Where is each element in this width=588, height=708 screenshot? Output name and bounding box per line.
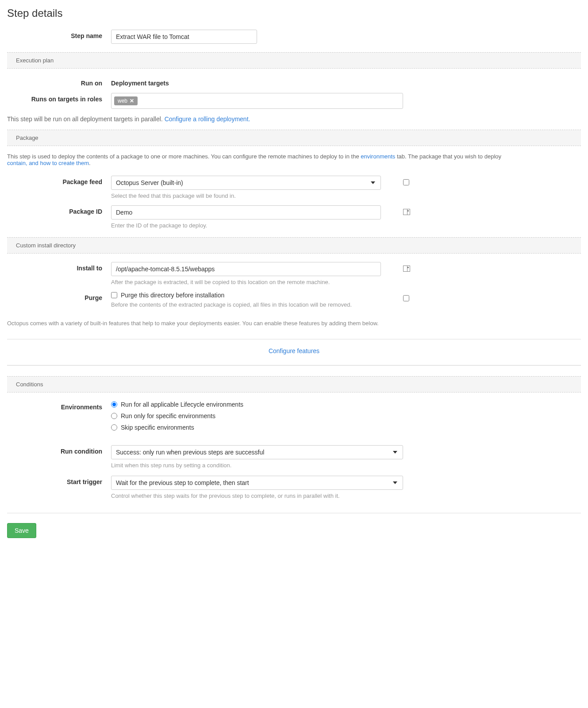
features-description: Octopus comes with a variety of built-in… [7, 320, 581, 327]
purge-help: Before the contents of the extracted pac… [111, 301, 394, 308]
purge-label: Purge [7, 292, 111, 301]
execution-plan-header: Execution plan [7, 52, 581, 69]
purge-extra-checkbox[interactable] [403, 295, 409, 301]
package-id-input[interactable] [111, 205, 381, 219]
variable-icon[interactable] [403, 209, 410, 215]
package-header: Package [7, 130, 581, 146]
conditions-header: Conditions [7, 376, 581, 392]
package-feed-checkbox[interactable] [403, 179, 409, 185]
page-title: Step details [7, 7, 581, 19]
contain-create-link[interactable]: contain, and how to create them [7, 160, 89, 166]
env-radio-specific-label: Run only for specific environments [121, 412, 215, 419]
start-trigger-select[interactable]: Wait for the previous step to complete, … [111, 476, 403, 490]
step-name-input[interactable] [111, 30, 257, 44]
configure-features-link[interactable]: Configure features [269, 347, 319, 354]
environments-link[interactable]: environments [361, 153, 395, 160]
package-feed-help: Select the feed that this package will b… [111, 192, 394, 199]
env-radio-specific[interactable] [111, 413, 117, 419]
variable-icon[interactable] [403, 266, 410, 272]
start-trigger-label: Start trigger [7, 476, 111, 485]
role-tag-web[interactable]: web ✕ [114, 96, 138, 105]
divider [7, 339, 581, 339]
roles-tag-input[interactable]: web ✕ [111, 93, 403, 109]
separator [7, 365, 581, 366]
runs-on-roles-label: Runs on targets in roles [7, 93, 111, 103]
parallel-info: This step will be run on all deployment … [7, 115, 581, 123]
env-radio-all[interactable] [111, 401, 117, 408]
run-on-label: Run on [7, 77, 111, 87]
package-feed-label: Package feed [7, 176, 111, 185]
purge-checkbox-label: Purge this directory before installation [121, 292, 224, 299]
env-radio-all-label: Run for all applicable Lifecycle environ… [121, 401, 243, 408]
close-icon[interactable]: ✕ [130, 98, 134, 104]
run-condition-help: Limit when this step runs by setting a c… [111, 462, 394, 469]
package-id-help: Enter the ID of the package to deploy. [111, 222, 394, 229]
save-button[interactable]: Save [7, 523, 36, 538]
install-to-input[interactable] [111, 262, 381, 276]
purge-checkbox[interactable] [111, 292, 117, 298]
step-name-label: Step name [7, 30, 111, 39]
run-condition-select[interactable]: Success: only run when previous steps ar… [111, 445, 403, 459]
rolling-deployment-link[interactable]: Configure a rolling deployment. [165, 115, 250, 123]
install-to-label: Install to [7, 262, 111, 272]
install-to-help: After the package is extracted, it will … [111, 279, 394, 285]
run-condition-label: Run condition [7, 445, 111, 455]
env-radio-skip-label: Skip specific environments [121, 424, 194, 431]
divider [7, 513, 581, 513]
custom-install-header: Custom install directory [7, 237, 581, 254]
package-description: This step is used to deploy the contents… [7, 153, 581, 166]
package-feed-select[interactable]: Octopus Server (built-in) [111, 176, 381, 190]
env-radio-skip[interactable] [111, 424, 117, 431]
role-tag-label: web [118, 98, 127, 104]
environments-label: Environments [7, 401, 111, 411]
start-trigger-help: Control whether this step waits for the … [111, 493, 394, 499]
run-on-value: Deployment targets [111, 77, 169, 87]
package-id-label: Package ID [7, 205, 111, 215]
